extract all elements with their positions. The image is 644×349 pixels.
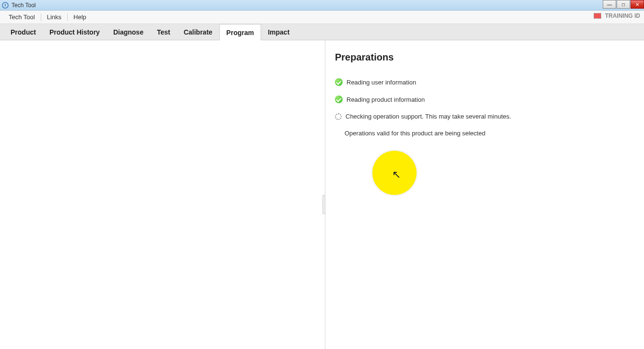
left-pane: [0, 40, 325, 349]
cursor-icon: ↖: [392, 168, 401, 181]
tab-bar: Product Product History Diagnose Test Ca…: [0, 24, 644, 40]
close-button[interactable]: ✕: [631, 0, 644, 9]
tab-test[interactable]: Test: [150, 24, 177, 40]
step-row: Checking operation support. This may tak…: [335, 113, 634, 120]
step-label: Reading product information: [346, 96, 425, 103]
menu-techtool[interactable]: Tech Tool: [4, 12, 40, 23]
tab-program[interactable]: Program: [219, 24, 262, 40]
spinner-icon: [335, 113, 342, 120]
maximize-button[interactable]: □: [617, 0, 630, 9]
status-area: TRAINING ID: [594, 12, 640, 19]
step-label: Checking operation support. This may tak…: [346, 113, 511, 120]
tab-impact[interactable]: Impact: [261, 24, 296, 40]
menu-help[interactable]: Help: [69, 12, 91, 23]
step-label: Reading user information: [346, 79, 416, 86]
sub-status-text: Operations valid for this product are be…: [345, 130, 634, 137]
content-area: Preparations Reading user information Re…: [0, 40, 644, 349]
menu-separator: [41, 13, 41, 21]
right-pane: Preparations Reading user information Re…: [325, 40, 644, 349]
status-label: TRAINING ID: [605, 12, 640, 19]
window-controls: — □ ✕: [602, 0, 644, 10]
check-icon: [335, 78, 343, 86]
check-icon: [335, 96, 343, 103]
flag-icon: [594, 13, 601, 19]
tab-product-history[interactable]: Product History: [43, 24, 107, 40]
tab-product[interactable]: Product: [4, 24, 43, 40]
app-icon: [2, 2, 9, 9]
menu-links[interactable]: Links: [42, 12, 66, 23]
step-row: Reading user information: [335, 78, 634, 86]
step-row: Reading product information: [335, 96, 634, 103]
preparations-heading: Preparations: [335, 52, 634, 63]
cursor-highlight: ↖: [372, 151, 417, 195]
tab-calibrate[interactable]: Calibrate: [177, 24, 219, 40]
minimize-button[interactable]: —: [603, 0, 616, 9]
menu-bar: Tech Tool Links Help TRAINING ID: [0, 11, 644, 24]
tab-diagnose[interactable]: Diagnose: [107, 24, 150, 40]
menu-separator: [67, 13, 68, 21]
window-title: Tech Tool: [12, 2, 36, 9]
title-bar: Tech Tool — □ ✕: [0, 0, 644, 11]
